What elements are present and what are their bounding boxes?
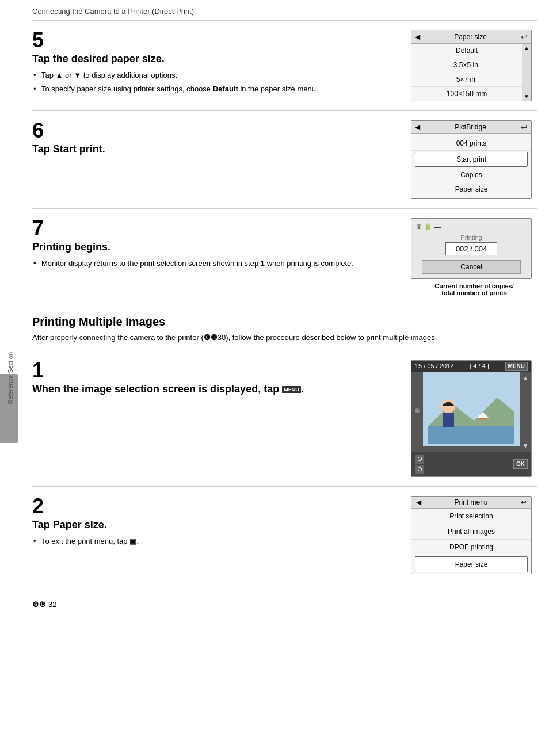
step-6-bold: Start print — [53, 143, 102, 155]
step-5-scroll-down: ▼ — [524, 93, 529, 100]
step-m1-body: ▲ ▼ — [411, 372, 531, 452]
step-5-bullet-2: To specify paper size using printer sett… — [32, 83, 399, 95]
step-6-right: ◀ PictBridge ↩ 004 prints Start print Co… — [411, 120, 537, 199]
step-6-item-start: Start print — [415, 152, 528, 167]
step-5-items: Default 3.5×5 in. 5×7 in. 100×150 mm — [411, 44, 522, 101]
step-5-scrollbar: ▲ ▼ — [522, 44, 531, 101]
step-m2-bullet-1: To exit the print menu, tap ▣. — [32, 536, 399, 547]
page-header: Connecting the Camera to a Printer (Dire… — [32, 0, 537, 21]
step-5-screen: ◀ Paper size ↩ Default 3.5×5 in. 5×7 in.… — [411, 30, 532, 101]
step-m2-bold: Paper size — [53, 519, 104, 530]
menu-icon: MENU — [282, 386, 301, 393]
step-7-icons: ① 🔋 — — [416, 223, 527, 231]
printing-multiple-section: Printing Multiple Images After properly … — [32, 315, 537, 583]
svg-rect-6 — [443, 413, 454, 427]
step-7-printing-label: Printing — [416, 234, 527, 241]
step-6-screen-body: 004 prints Start print Copies Paper size — [411, 134, 531, 198]
step-5-bullet-1: Tap ▲ or ▼ to display additional options… — [32, 70, 399, 81]
step-7-bullet-1: Monitor display returns to the print sel… — [32, 258, 399, 269]
step-7-title: Printing begins. — [32, 241, 399, 253]
step-m1-date: 15 / 05 / 2012 — [415, 362, 453, 369]
step-m2-item-print-all: Print all images — [411, 524, 531, 540]
step-m2-item-dpof: DPOF printing — [411, 540, 531, 555]
step-m1-title: When the image selection screen is displ… — [32, 383, 399, 395]
step-6-screen-back: ◀ — [415, 123, 420, 131]
step-5-title: Tap the desired paper size. — [32, 53, 399, 65]
scroll-up-arrow: ▲ — [522, 374, 529, 382]
page-footer: ❻❿ 32 — [32, 595, 537, 609]
step-5-screen-body: Default 3.5×5 in. 5×7 in. 100×150 mm ▲ ▼ — [411, 44, 531, 101]
zoom-in-icon: ⊕ — [415, 455, 424, 464]
step-5-bullets: Tap ▲ or ▼ to display additional options… — [32, 70, 399, 94]
step-m2-screen-header: ◀ Print menu ↩ — [411, 497, 531, 509]
step-m1: 1 When the image selection screen is dis… — [32, 351, 537, 487]
step-6-back-icon: ↩ — [521, 123, 528, 132]
step-7: 7 Printing begins. Monitor display retur… — [32, 209, 537, 306]
step-m2-right: ◀ Print menu ↩ Print selection Print all… — [411, 496, 537, 574]
step-5-item-100x150: 100×150 mm — [411, 87, 522, 101]
step-6: 6 Tap Start print. ◀ PictBridge ↩ 004 pr… — [32, 111, 537, 209]
step-5-number: 5 — [32, 30, 399, 51]
step-7-bullets: Monitor display returns to the print sel… — [32, 258, 399, 269]
step-6-item-paper: Paper size — [411, 182, 531, 196]
step-5-back-icon: ↩ — [521, 32, 528, 41]
step-m1-image — [423, 372, 520, 446]
footer-page: 32 — [48, 600, 56, 609]
step-7-number: 7 — [32, 218, 399, 239]
step-7-right: ① 🔋 — Printing 002 / 004 Cancel Current … — [411, 218, 537, 296]
step-6-item-copies: Copies — [411, 168, 531, 182]
step-5-screen-back: ◀ — [415, 33, 420, 41]
step-5-left: 5 Tap the desired paper size. Tap ▲ or ▼… — [32, 30, 399, 101]
ok-button: OK — [513, 459, 528, 469]
step-5-screen-title: Paper size — [454, 33, 487, 41]
svg-rect-4 — [479, 418, 487, 420]
zoom-out-icon: ⊖ — [415, 465, 424, 474]
step-6-left: 6 Tap Start print. — [32, 120, 399, 199]
step-m2-item-print-selection: Print selection — [411, 509, 531, 524]
step-6-item-prints: 004 prints — [411, 136, 531, 151]
step-5-right: ◀ Paper size ↩ Default 3.5×5 in. 5×7 in.… — [411, 30, 537, 101]
step-6-screen-title: PictBridge — [455, 123, 486, 131]
step-m1-right: 15 / 05 / 2012 [ 4 / 4 ] MENU — [411, 360, 537, 477]
main-content: Connecting the Camera to a Printer (Dire… — [21, 0, 549, 620]
step-5-scroll-up: ▲ — [524, 45, 529, 51]
printing-multiple-intro: After properly connecting the camera to … — [32, 332, 537, 344]
step-m1-screen: 15 / 05 / 2012 [ 4 / 4 ] MENU — [411, 360, 532, 477]
zoom-controls: ⊕ ⊖ — [415, 455, 424, 474]
step-m1-menu-btn: MENU — [505, 362, 528, 371]
step-m2: 2 Tap Paper size. To exit the print menu… — [32, 487, 537, 583]
sidebar-label: Reference Section — [7, 352, 14, 404]
step-7-counter: 002 / 004 — [445, 242, 497, 255]
step-7-left: 7 Printing begins. Monitor display retur… — [32, 218, 399, 296]
step-7-cam-icon: — — [434, 223, 441, 231]
step-m2-left: 2 Tap Paper size. To exit the print menu… — [32, 496, 399, 574]
camera-illustration — [428, 375, 514, 444]
step-m1-left-bar — [411, 372, 423, 452]
step-6-number: 6 — [32, 120, 399, 141]
step-m2-screen: ◀ Print menu ↩ Print selection Print all… — [411, 496, 532, 574]
step-m2-menu-items: Print selection Print all images DPOF pr… — [411, 509, 531, 572]
step-5: 5 Tap the desired paper size. Tap ▲ or ▼… — [32, 21, 537, 111]
step-m2-title: Tap Paper size. — [32, 519, 399, 531]
step-7-screen: ① 🔋 — Printing 002 / 004 Cancel — [411, 218, 532, 279]
step-5-item-5x7: 5×7 in. — [411, 72, 522, 87]
step-6-title: Tap Start print. — [32, 143, 399, 155]
step-m2-back-icon: ↩ — [521, 498, 527, 506]
step-m1-footer: ⊕ ⊖ OK — [411, 452, 531, 476]
step-5-screen-header: ◀ Paper size ↩ — [411, 30, 531, 44]
scroll-down-arrow: ▼ — [522, 442, 529, 450]
footer-icon: ❻❿ — [32, 600, 46, 609]
step-m1-header: 15 / 05 / 2012 [ 4 / 4 ] MENU — [411, 361, 531, 372]
step-m1-left: 1 When the image selection screen is dis… — [32, 360, 399, 477]
step-m1-counter: [ 4 / 4 ] — [470, 362, 489, 369]
step-m2-screen-title: Print menu — [454, 498, 487, 506]
step-5-item-35x5: 3.5×5 in. — [411, 58, 522, 72]
step-5-item-default: Default — [411, 44, 522, 58]
sidebar: Reference Section — [0, 0, 21, 756]
step-m2-screen-back: ◀ — [416, 498, 421, 506]
step-m2-item-paper-size: Paper size — [415, 556, 528, 572]
step-m1-right-controls: ▲ ▼ — [520, 372, 531, 452]
step-m2-bullets: To exit the print menu, tap ▣. — [32, 536, 399, 547]
step-m2-number: 2 — [32, 496, 399, 517]
printing-multiple-heading: Printing Multiple Images — [32, 315, 537, 329]
